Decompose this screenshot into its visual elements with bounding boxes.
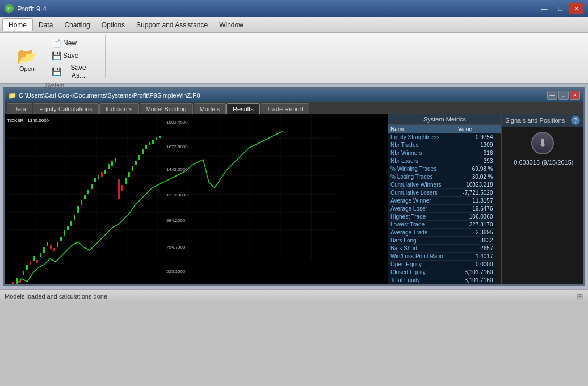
inner-minimize-button[interactable]: — bbox=[547, 91, 557, 100]
app-title: Profit 9.4 bbox=[17, 5, 47, 13]
menu-item-support[interactable]: Support and Assistance bbox=[131, 19, 213, 31]
tab-model-building[interactable]: Model Building bbox=[140, 103, 193, 114]
svg-rect-35 bbox=[67, 226, 69, 230]
table-row: Equity Straightness0.9754 bbox=[388, 133, 501, 141]
metrics-scroll[interactable]: Name Value Equity Straightness0.9754Nbr … bbox=[388, 125, 501, 284]
tab-equity-calculations[interactable]: Equity Calculations bbox=[33, 103, 99, 114]
metric-value: 10823.218 bbox=[456, 181, 495, 189]
svg-rect-19 bbox=[12, 282, 14, 284]
metric-value: 1.4017 bbox=[456, 253, 495, 261]
table-row: Average Winner11.8157 bbox=[388, 197, 501, 205]
metric-name: % Losing Trades bbox=[388, 173, 456, 181]
tab-models[interactable]: Models bbox=[194, 103, 226, 114]
download-arrow-icon: ⬇ bbox=[531, 132, 554, 154]
table-row: Bars Short2657 bbox=[388, 245, 501, 253]
svg-rect-52 bbox=[125, 178, 127, 184]
table-row: Total Equity3,101.7160 bbox=[388, 276, 501, 284]
metric-value: -227.8170 bbox=[456, 221, 495, 229]
chart-svg: SIGNALZERO = 0.0000 bbox=[5, 114, 388, 284]
ribbon-quick-buttons: 📄 New 💾 Save 💾 Save As... bbox=[47, 37, 98, 81]
svg-rect-22 bbox=[23, 271, 24, 275]
table-row: Open Equity0.0000 bbox=[388, 261, 501, 268]
table-row: Nbr Winners916 bbox=[388, 149, 501, 157]
title-bar-left: P Profit 9.4 bbox=[5, 4, 47, 13]
metric-name: Cumulative Winners bbox=[388, 181, 456, 189]
menu-bar: Home Data Charting Options Support and A… bbox=[0, 17, 588, 33]
menu-item-data[interactable]: Data bbox=[33, 19, 58, 31]
tab-trade-report[interactable]: Trade Report bbox=[261, 103, 309, 114]
inner-close-button[interactable]: ✕ bbox=[570, 91, 580, 100]
table-row: Closed Equity3,101.7160 bbox=[388, 268, 501, 276]
tab-data[interactable]: Data bbox=[7, 103, 32, 114]
metric-value: 0.9754 bbox=[456, 133, 495, 141]
svg-rect-40 bbox=[84, 195, 86, 199]
inner-maximize-button[interactable]: □ bbox=[558, 91, 569, 100]
table-row: % Winning Trades69.98 % bbox=[388, 165, 501, 173]
table-row: Highest Trade106.0360 bbox=[388, 213, 501, 221]
svg-rect-60 bbox=[152, 140, 154, 144]
metric-value: 30.02 % bbox=[456, 173, 495, 181]
maximize-button[interactable]: □ bbox=[553, 3, 568, 14]
svg-rect-33 bbox=[60, 237, 62, 241]
svg-rect-27 bbox=[40, 253, 41, 257]
new-button[interactable]: 📄 New bbox=[47, 37, 98, 49]
table-row: Cumulative Losers-7,721.5020 bbox=[388, 189, 501, 197]
save-button[interactable]: 💾 Save bbox=[47, 50, 98, 61]
metric-name: Nbr Winners bbox=[388, 149, 456, 157]
metric-name: Average Trade bbox=[388, 229, 456, 237]
menu-item-options[interactable]: Options bbox=[96, 19, 131, 31]
save-icon: 💾 bbox=[52, 51, 61, 60]
svg-rect-43 bbox=[94, 178, 96, 182]
minimize-button[interactable]: — bbox=[537, 3, 552, 14]
table-row: % Losing Trades30.02 % bbox=[388, 173, 501, 181]
svg-rect-62 bbox=[159, 136, 161, 138]
metric-name: Open Equity bbox=[388, 261, 456, 268]
metric-name: Win/Loss Point Ratio bbox=[388, 253, 456, 261]
table-row: Average Loser-19.6476 bbox=[388, 205, 501, 213]
svg-rect-41 bbox=[87, 190, 89, 194]
svg-rect-23 bbox=[26, 265, 28, 270]
signal-value: -0.603313 (9/15/2015) bbox=[512, 159, 574, 166]
metric-name: Cumulative Losers bbox=[388, 189, 456, 197]
tabs-bar: Data Equity Calculations Indicators Mode… bbox=[5, 102, 583, 114]
metric-name: Closed Equity bbox=[388, 268, 456, 276]
tab-indicators[interactable]: Indicators bbox=[99, 103, 139, 114]
svg-rect-37 bbox=[74, 215, 75, 220]
tab-results[interactable]: Results bbox=[226, 103, 260, 114]
menu-item-home[interactable]: Home bbox=[2, 18, 33, 31]
close-button[interactable]: ✕ bbox=[569, 3, 583, 14]
svg-rect-31 bbox=[53, 248, 55, 251]
new-icon: 📄 bbox=[52, 39, 61, 48]
signals-content: ⬇ -0.603313 (9/15/2015) bbox=[502, 127, 583, 284]
inner-win-controls: — □ ✕ bbox=[547, 91, 580, 100]
svg-rect-39 bbox=[81, 200, 82, 205]
metrics-panel: System Metrics Name Value Equity Straigh… bbox=[388, 114, 501, 284]
inner-window-title: C:\Users\Carl Cook\Documents\Systems\Pro… bbox=[19, 92, 200, 99]
metric-value: 3,101.7160 bbox=[456, 276, 495, 284]
svg-text:754.7000: 754.7000 bbox=[166, 245, 186, 250]
svg-rect-34 bbox=[64, 230, 65, 236]
metric-value: 106.0360 bbox=[456, 213, 495, 221]
menu-item-charting[interactable]: Charting bbox=[58, 19, 95, 31]
metric-name: Highest Trade bbox=[388, 213, 456, 221]
metric-name: Total Equity bbox=[388, 276, 456, 284]
open-button[interactable]: 📂 Open bbox=[11, 44, 43, 74]
svg-rect-38 bbox=[77, 206, 79, 213]
window-controls: — □ ✕ bbox=[537, 3, 583, 14]
menu-item-window[interactable]: Window bbox=[213, 19, 249, 31]
col-value: Value bbox=[456, 125, 495, 133]
svg-text:1902.4500: 1902.4500 bbox=[166, 120, 188, 125]
metrics-table: Name Value Equity Straightness0.9754Nbr … bbox=[388, 125, 501, 284]
metric-name: % Winning Trades bbox=[388, 165, 456, 173]
metric-value: 2657 bbox=[456, 245, 495, 253]
svg-rect-44 bbox=[98, 175, 99, 179]
metric-name: Nbr Losers bbox=[388, 157, 456, 165]
table-row: Win/Loss Point Ratio1.4017 bbox=[388, 253, 501, 261]
save-as-button[interactable]: 💾 Save As... bbox=[47, 62, 98, 81]
metric-value: 69.98 % bbox=[456, 165, 495, 173]
metrics-header: System Metrics bbox=[388, 114, 501, 125]
chart-and-metrics: SIGNALZERO = 0.0000 bbox=[5, 114, 583, 284]
help-icon[interactable]: ? bbox=[571, 116, 580, 125]
signals-header: Signals and Positions bbox=[505, 117, 565, 124]
svg-rect-20 bbox=[16, 278, 18, 283]
